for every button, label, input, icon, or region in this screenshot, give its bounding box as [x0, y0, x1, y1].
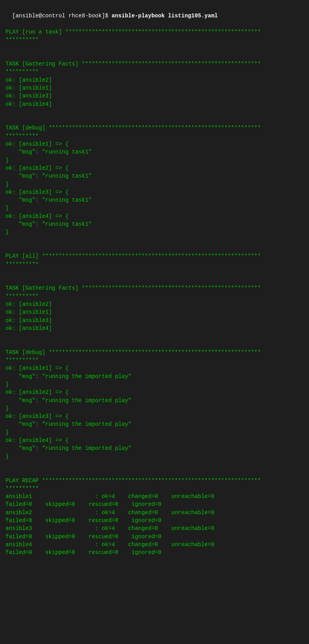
terminal-line: }: [6, 380, 303, 388]
terminal-line: ok: [ansible2]: [6, 300, 303, 308]
terminal-line: ok: [ansible4] => {: [6, 436, 303, 444]
terminal-line: **********: [6, 260, 303, 268]
terminal-line: PLAY RECAP *****************************…: [6, 477, 303, 485]
terminal-line: ansible1 : ok=4 changed=0 unreachable=0: [6, 492, 303, 500]
terminal-line: **********: [6, 36, 303, 44]
terminal-line: **********: [6, 68, 303, 76]
terminal-line: [6, 116, 303, 124]
terminal-line: "msg": "running task1": [6, 148, 303, 156]
terminal-line: TASK [debug] ***************************…: [6, 348, 303, 356]
terminal-line: ok: [ansible2]: [6, 76, 303, 84]
terminal-line: "msg": "running the imported play": [6, 373, 303, 380]
terminal-line: PLAY [all] *****************************…: [6, 252, 303, 260]
command: ansible-playbook listing105.yaml: [112, 13, 218, 19]
terminal-line: ansible4 : ok=4 changed=0 unreachable=0: [6, 541, 303, 549]
terminal-line: [6, 340, 303, 348]
terminal-line: }: [6, 429, 303, 436]
terminal-line: }: [6, 453, 303, 461]
terminal-line: }: [6, 228, 303, 236]
terminal-line: TASK [Gathering Facts] *****************…: [6, 60, 303, 68]
terminal-line: ok: [ansible1] => {: [6, 140, 303, 148]
terminal-line: ansible2 : ok=4 changed=0 unreachable=0: [6, 509, 303, 517]
terminal-line: ok: [ansible4]: [6, 100, 303, 108]
terminal-line: [6, 468, 303, 476]
terminal-line: PLAY [run a task] **********************…: [6, 28, 303, 36]
terminal-line: TASK [Gathering Facts] *****************…: [6, 284, 303, 292]
terminal-line: [6, 108, 303, 116]
terminal-line: **********: [6, 485, 303, 492]
terminal-line: ok: [ansible3] => {: [6, 188, 303, 196]
terminal-line: ok: [ansible1]: [6, 84, 303, 92]
terminal-line: }: [6, 180, 303, 188]
terminal-line: "msg": "running the imported play": [6, 444, 303, 452]
terminal-line: ok: [ansible3]: [6, 92, 303, 100]
terminal-line: "msg": "running the imported play": [6, 420, 303, 428]
terminal-line: "msg": "running task1": [6, 196, 303, 204]
terminal-line: [6, 236, 303, 244]
terminal-line: TASK [debug] ***************************…: [6, 124, 303, 132]
terminal-line: "msg": "running the imported play": [6, 397, 303, 404]
terminal-line: }: [6, 156, 303, 164]
terminal-line: [6, 332, 303, 340]
terminal-line: ok: [ansible4]: [6, 324, 303, 332]
terminal-line: failed=0 skipped=0 rescued=0 ignored=0: [6, 517, 303, 524]
terminal-line: }: [6, 404, 303, 412]
terminal-line: **********: [6, 292, 303, 300]
terminal-line: failed=0 skipped=0 rescued=0 ignored=0: [6, 500, 303, 508]
terminal-line: [6, 276, 303, 284]
terminal-line: **********: [6, 356, 303, 364]
terminal-line: **********: [6, 132, 303, 140]
terminal-line: [6, 20, 303, 28]
terminal-content: PLAY [run a task] **********************…: [6, 20, 303, 557]
terminal-line: "msg": "running task1": [6, 220, 303, 228]
terminal-line: failed=0 skipped=0 rescued=0 ignored=0: [6, 533, 303, 541]
terminal-line: ok: [ansible3]: [6, 316, 303, 324]
terminal-line: [6, 268, 303, 276]
terminal-line: [6, 244, 303, 252]
prompt: [ansible@control rhce8-book]$: [12, 13, 112, 19]
terminal-line: ok: [ansible1] => {: [6, 364, 303, 372]
terminal-line: "msg": "running task1": [6, 172, 303, 180]
terminal-line: }: [6, 204, 303, 212]
terminal-line: [6, 461, 303, 468]
terminal-line: ok: [ansible1]: [6, 308, 303, 316]
terminal-line: ok: [ansible2] => {: [6, 388, 303, 396]
terminal-line: ok: [ansible3] => {: [6, 412, 303, 420]
terminal-line: failed=0 skipped=0 rescued=0 ignored=0: [6, 549, 303, 556]
terminal-line: ok: [ansible2] => {: [6, 164, 303, 172]
terminal-line: ansible3 : ok=4 changed=0 unreachable=0: [6, 524, 303, 532]
terminal-output: [ansible@control rhce8-book]$ ansible-pl…: [6, 4, 303, 20]
terminal-line: ok: [ansible4] => {: [6, 212, 303, 220]
terminal-line: [6, 52, 303, 60]
terminal-line: [6, 44, 303, 52]
